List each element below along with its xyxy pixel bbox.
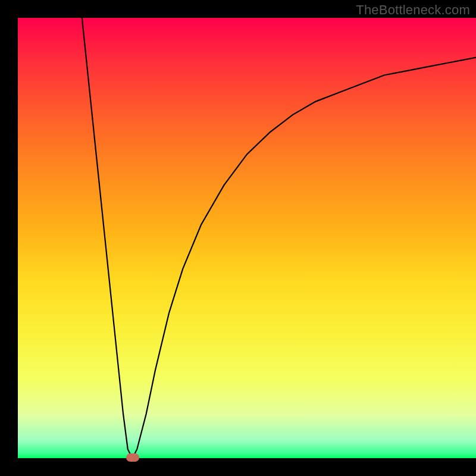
watermark-text: TheBottleneck.com [356, 2, 470, 18]
bottleneck-curve [18, 18, 476, 458]
chart-frame: TheBottleneck.com [0, 0, 476, 476]
optimal-point-marker [126, 453, 139, 462]
curve-path [82, 18, 476, 458]
